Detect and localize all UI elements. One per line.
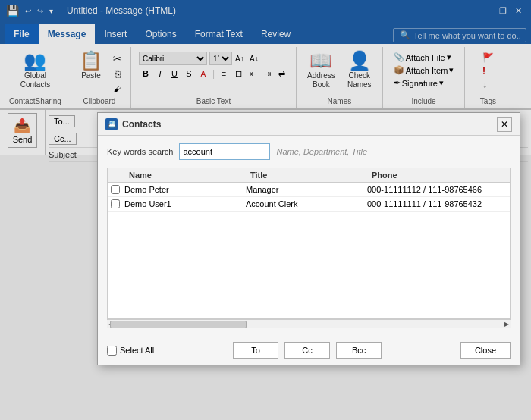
scrollbar-thumb[interactable] bbox=[110, 321, 247, 328]
select-all-checkbox[interactable] bbox=[107, 346, 117, 356]
horizontal-scrollbar[interactable]: ◀ ▶ bbox=[107, 319, 511, 328]
scroll-right-arrow[interactable]: ▶ bbox=[504, 321, 509, 328]
search-input[interactable] bbox=[179, 143, 270, 160]
footer-select-all: Select All bbox=[107, 346, 154, 356]
dialog-title-text: Contacts bbox=[122, 119, 161, 130]
title-column-header: Title bbox=[250, 171, 372, 180]
name-column-header: Name bbox=[129, 171, 250, 180]
contact-title-1: Account Clerk bbox=[246, 199, 367, 208]
dialog-title-left: 📇 Contacts bbox=[105, 118, 161, 130]
search-row: Key words search Name, Department, Title bbox=[107, 143, 511, 160]
contact-name-1: Demo User1 bbox=[124, 199, 246, 208]
select-all-label: Select All bbox=[120, 346, 154, 355]
cc-dialog-button[interactable]: Cc bbox=[284, 342, 330, 359]
bcc-dialog-button[interactable]: Bcc bbox=[336, 342, 382, 359]
dialog-body: Key words search Name, Department, Title… bbox=[98, 136, 520, 336]
contact-checkbox-1[interactable] bbox=[111, 199, 120, 208]
check-column-header bbox=[111, 171, 129, 180]
search-label: Key words search bbox=[107, 147, 173, 156]
contacts-rows: Demo Peter Manager 000-11111112 / 111-98… bbox=[108, 183, 510, 316]
phone-column-header: Phone bbox=[372, 171, 507, 180]
contacts-table-wrapper: Name Title Phone Demo Peter Manager 000-… bbox=[107, 168, 511, 319]
table-row[interactable]: Demo User1 Account Clerk 000-11111111 / … bbox=[108, 197, 510, 212]
to-dialog-button[interactable]: To bbox=[233, 342, 278, 359]
contacts-dialog-icon: 📇 bbox=[105, 118, 118, 130]
dialog-footer: Select All To Cc Bcc Close bbox=[98, 336, 520, 365]
contact-name-0: Demo Peter bbox=[124, 185, 246, 194]
contacts-table-header: Name Title Phone bbox=[108, 168, 510, 183]
dialog-close-button[interactable]: ✕ bbox=[497, 117, 512, 132]
contact-phone-0: 000-11111112 / 111-98765466 bbox=[367, 185, 507, 194]
table-row[interactable]: Demo Peter Manager 000-11111112 / 111-98… bbox=[108, 183, 510, 197]
contacts-dialog: 📇 Contacts ✕ Key words search Name, Depa… bbox=[97, 112, 520, 365]
contact-checkbox-0[interactable] bbox=[111, 185, 120, 194]
dialog-title-bar: 📇 Contacts ✕ bbox=[98, 113, 520, 136]
contact-title-0: Manager bbox=[246, 185, 367, 194]
contact-phone-1: 000-11111111 / 111-98765432 bbox=[367, 199, 507, 208]
close-dialog-button[interactable]: Close bbox=[460, 342, 511, 359]
search-hint: Name, Department, Title bbox=[276, 147, 367, 156]
